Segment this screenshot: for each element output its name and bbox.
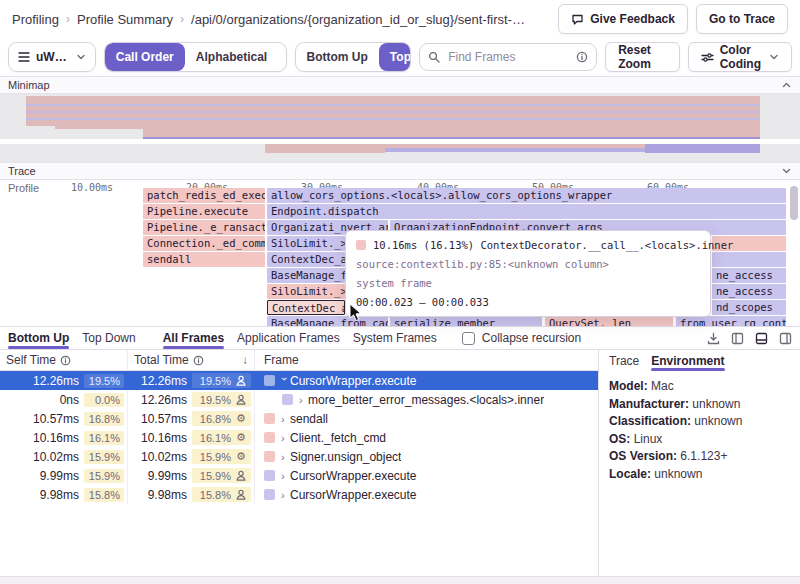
sort-left-heavy[interactable]: Left Heavy — [278, 43, 286, 71]
tab-trace[interactable]: Trace — [609, 350, 639, 371]
column-header-frame[interactable]: Frame — [255, 350, 598, 370]
tab-bottom-up[interactable]: Bottom Up — [8, 327, 69, 349]
table-row[interactable]: 9.99ms15.9%9.99ms15.9%›CursorWrapper.exe… — [0, 466, 598, 485]
tab-all-frames[interactable]: All Frames — [163, 327, 224, 349]
total-time-percent: 19.5% — [195, 375, 231, 387]
table-row[interactable]: 12.26ms19.5%12.26ms19.5%›CursorWrapper.e… — [0, 371, 598, 390]
details-tabs: Trace Environment — [599, 350, 800, 371]
reset-zoom-label: Reset Zoom — [618, 43, 666, 71]
layout-left-panel-icon[interactable] — [731, 332, 744, 345]
flame-frame[interactable]: Pipeline.execute — [143, 204, 265, 219]
horizontal-scrollbar[interactable] — [0, 576, 800, 584]
reset-zoom-button[interactable]: Reset Zoom — [605, 42, 679, 72]
total-time-percent-group: 16.1%⚙ — [192, 430, 251, 445]
table-row[interactable]: 10.57ms16.8%10.57ms16.8%⚙›sendall — [0, 409, 598, 428]
collapse-recursion-checkbox[interactable] — [462, 332, 475, 345]
self-time-value: 10.16ms — [33, 431, 79, 445]
sort-alphabetical[interactable]: Alphabetical — [185, 43, 278, 71]
expand-caret-icon[interactable]: › — [299, 394, 308, 406]
cell-self-time: 0ns0.0% — [0, 390, 128, 409]
table-row[interactable]: 10.16ms16.1%10.16ms16.1%⚙›Client._fetch_… — [0, 428, 598, 447]
flamegraph-scrollbar[interactable] — [790, 186, 798, 220]
find-frames-search[interactable] — [419, 43, 597, 71]
cell-self-time: 9.98ms15.8% — [0, 485, 128, 504]
table-row[interactable]: 10.02ms15.9%10.02ms15.9%⚙›Signer.unsign_… — [0, 447, 598, 466]
table-row[interactable]: 9.98ms15.8%9.98ms15.8%›CursorWrapper.exe… — [0, 485, 598, 504]
self-time-percent: 19.5% — [84, 374, 124, 388]
expand-caret-icon[interactable]: › — [281, 489, 290, 501]
cell-total-time: 10.57ms16.8%⚙ — [128, 409, 255, 428]
flame-frame[interactable]: from_user_rq_context — [676, 316, 786, 326]
flame-frame[interactable]: ne_access — [712, 284, 786, 299]
flame-frame-selected[interactable]: ContextDec_als>.i — [267, 300, 345, 315]
breadcrumb-profile-summary[interactable]: Profile Summary — [77, 12, 173, 27]
go-to-trace-button[interactable]: Go to Trace — [696, 4, 788, 34]
flame-frame[interactable]: patch_redis_ed_execute — [143, 188, 265, 203]
expand-caret-icon[interactable]: › — [281, 413, 290, 425]
frame-name: Signer.unsign_object — [290, 450, 401, 464]
expand-caret-icon[interactable]: › — [281, 432, 290, 444]
flame-frame[interactable]: Connection._ed_command — [143, 236, 265, 251]
minimap-header[interactable]: Minimap — [0, 76, 800, 94]
cell-self-time: 10.02ms15.9% — [0, 447, 128, 466]
flame-frame[interactable]: BaseManage_from_cache — [267, 316, 388, 326]
chevron-up-icon[interactable] — [781, 81, 792, 89]
self-time-percent: 15.9% — [84, 450, 124, 464]
direction-top-down[interactable]: Top Down — [379, 43, 411, 71]
flame-frame[interactable]: serialize_member — [390, 316, 542, 326]
sliders-icon — [701, 52, 714, 63]
thread-selector[interactable]: uWSGIWor… — [8, 42, 96, 72]
collapse-recursion-control[interactable]: Collapse recursion — [462, 331, 581, 345]
detail-line: Manufacturer: unknown — [609, 396, 790, 414]
download-icon[interactable] — [707, 332, 720, 345]
thread-selector-label: uWSGIWor… — [36, 50, 70, 64]
give-feedback-label: Give Feedback — [590, 12, 675, 26]
tab-application-frames[interactable]: Application Frames — [237, 327, 340, 349]
flame-frame[interactable]: SiloLimit._>.over — [267, 236, 345, 251]
flame-frame[interactable]: QuerySet._len — [545, 316, 673, 326]
minimap-shape — [26, 118, 760, 120]
total-time-value: 9.99ms — [148, 469, 187, 483]
direction-bottom-up[interactable]: Bottom Up — [296, 43, 379, 71]
layout-bottom-panel-icon[interactable] — [755, 332, 768, 345]
flame-frame[interactable]: ne_access — [712, 268, 786, 283]
trace-header[interactable]: Trace — [0, 162, 800, 180]
column-header-self-time[interactable]: Self Time — [0, 350, 128, 370]
layout-right-panel-icon[interactable] — [779, 332, 792, 345]
tab-system-frames[interactable]: System Frames — [353, 327, 437, 349]
flame-frame[interactable]: sendall — [143, 252, 265, 267]
flame-frame[interactable] — [712, 252, 786, 267]
flame-frame[interactable]: Endpoint.dispatch — [267, 204, 786, 219]
minimap-canvas[interactable] — [0, 94, 800, 162]
expand-caret-icon[interactable]: › — [281, 451, 290, 463]
tab-top-down[interactable]: Top Down — [82, 327, 135, 349]
sort-call-order[interactable]: Call Order — [105, 43, 185, 71]
breadcrumb-profiling[interactable]: Profiling — [12, 12, 59, 27]
flame-frame[interactable]: BaseManage_from_c — [267, 268, 345, 283]
total-time-value: 12.26ms — [141, 393, 187, 407]
chevron-down-icon — [76, 53, 86, 61]
frame-color-swatch — [264, 375, 275, 386]
application-frame-icon — [234, 374, 248, 387]
flame-frame[interactable]: Pipeline._e_ransaction — [143, 220, 265, 235]
self-time-value: 10.02ms — [33, 450, 79, 464]
give-feedback-button[interactable]: Give Feedback — [558, 4, 688, 34]
cell-self-time: 12.26ms19.5% — [0, 371, 128, 390]
total-time-percent: 15.9% — [195, 451, 231, 463]
flame-frame[interactable]: allow_cors_options.<locals>.allow_cors_o… — [267, 188, 786, 203]
flame-frame[interactable]: nd_scopes — [712, 300, 786, 315]
total-time-value: 9.98ms — [148, 488, 187, 502]
tab-environment[interactable]: Environment — [651, 350, 724, 371]
flame-frame[interactable]: SiloLimit._>.over — [267, 284, 345, 299]
column-header-total-time[interactable]: Total Time ↓ — [128, 350, 255, 370]
collapse-caret-icon[interactable]: › — [279, 376, 291, 385]
flame-frame[interactable]: ContextDec_als>.i — [267, 252, 345, 267]
table-row[interactable]: 0ns0.0%12.26ms19.5%›more_better_error_me… — [0, 390, 598, 409]
frame-name: more_better_error_messages.<locals>.inne… — [308, 393, 544, 407]
chevron-down-icon[interactable] — [781, 167, 792, 175]
expand-caret-icon[interactable]: › — [281, 470, 290, 482]
sort-direction-icon[interactable]: ↓ — [242, 353, 248, 367]
color-coding-button[interactable]: Color Coding — [688, 42, 792, 72]
search-input[interactable] — [446, 49, 570, 65]
cell-frame: ›sendall — [255, 409, 598, 428]
